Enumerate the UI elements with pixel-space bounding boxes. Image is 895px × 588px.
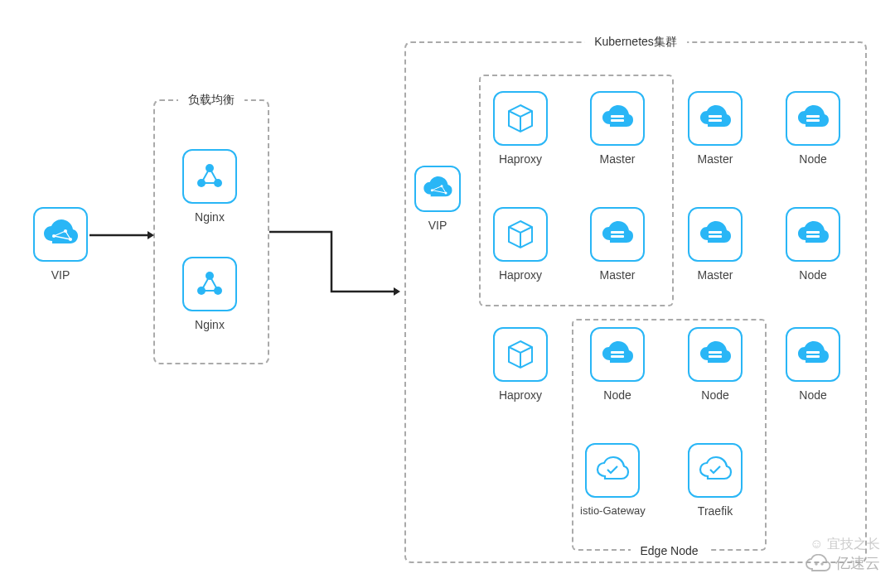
svg-rect-22 bbox=[611, 235, 624, 238]
master-2-label: Master bbox=[698, 152, 733, 166]
lb-title: 负载均衡 bbox=[178, 93, 244, 108]
cube-outline-icon bbox=[493, 207, 548, 262]
master-3-label: Master bbox=[600, 268, 636, 282]
svg-rect-17 bbox=[709, 115, 722, 118]
vip-left-label: VIP bbox=[51, 268, 70, 282]
master-1: Master bbox=[590, 91, 645, 166]
network-nodes-icon bbox=[182, 149, 237, 204]
node-2: Node bbox=[786, 207, 840, 282]
cube-outline-icon bbox=[493, 327, 548, 382]
master-1-label: Master bbox=[600, 152, 636, 166]
istio-gateway: istio-Gateway bbox=[580, 443, 646, 517]
cloud-network-icon bbox=[33, 207, 88, 262]
node-5: Node bbox=[786, 327, 840, 402]
istio-label: istio-Gateway bbox=[580, 504, 646, 517]
haproxy-2: Haproxy bbox=[493, 207, 548, 282]
vip-kube: VIP bbox=[414, 166, 461, 232]
node-1-label: Node bbox=[799, 152, 826, 166]
watermark-char: ☺ 宜技之长 bbox=[810, 536, 880, 553]
cloud-server-icon bbox=[688, 207, 743, 262]
cloud-server-icon bbox=[590, 207, 645, 262]
node-1: Node bbox=[786, 91, 840, 166]
cloud-check-icon bbox=[688, 443, 743, 498]
svg-point-33 bbox=[815, 562, 817, 565]
vip-left: VIP bbox=[33, 207, 88, 282]
svg-rect-23 bbox=[709, 231, 722, 234]
nginx-1-label: Nginx bbox=[195, 210, 225, 224]
node-5-label: Node bbox=[799, 388, 826, 402]
svg-rect-20 bbox=[806, 119, 820, 122]
svg-rect-25 bbox=[806, 231, 820, 234]
haproxy-2-label: Haproxy bbox=[499, 268, 542, 282]
svg-rect-32 bbox=[806, 355, 820, 358]
cloud-server-icon bbox=[786, 91, 840, 146]
traefik: Traefik bbox=[688, 443, 743, 518]
cloud-server-icon bbox=[590, 91, 645, 146]
node-2-label: Node bbox=[799, 268, 826, 282]
svg-rect-31 bbox=[806, 351, 820, 354]
watermark-cloud: 亿速云 bbox=[804, 553, 880, 573]
cube-outline-icon bbox=[493, 91, 548, 146]
edge-title: Edge Node bbox=[630, 544, 708, 557]
svg-rect-18 bbox=[709, 119, 722, 122]
svg-point-34 bbox=[820, 562, 823, 565]
svg-rect-16 bbox=[611, 119, 624, 122]
vip-kube-label: VIP bbox=[428, 219, 448, 232]
cloud-server-icon bbox=[786, 327, 840, 382]
cloud-check-icon bbox=[585, 443, 640, 498]
arrow-lb-kube bbox=[269, 232, 402, 298]
cloud-server-icon bbox=[786, 207, 840, 262]
master-4: Master bbox=[688, 207, 743, 282]
cloud-server-icon bbox=[688, 91, 743, 146]
nginx-2: Nginx bbox=[182, 257, 237, 331]
svg-rect-21 bbox=[611, 231, 624, 234]
svg-rect-19 bbox=[806, 115, 820, 118]
haproxy-3-label: Haproxy bbox=[499, 388, 542, 402]
cloud-network-icon bbox=[414, 166, 461, 212]
master-3: Master bbox=[590, 207, 645, 282]
traefik-label: Traefik bbox=[698, 504, 733, 518]
haproxy-1: Haproxy bbox=[493, 91, 548, 166]
arrow-vip-lb bbox=[90, 234, 154, 237]
svg-rect-24 bbox=[709, 235, 722, 238]
master-2: Master bbox=[688, 91, 743, 166]
svg-marker-11 bbox=[394, 287, 400, 296]
svg-rect-15 bbox=[611, 115, 624, 118]
haproxy-1-label: Haproxy bbox=[499, 152, 542, 166]
network-nodes-icon bbox=[182, 257, 237, 311]
haproxy-3: Haproxy bbox=[493, 327, 548, 402]
kube-title: Kubernetes集群 bbox=[584, 35, 687, 50]
nginx-2-label: Nginx bbox=[195, 318, 225, 331]
nginx-1: Nginx bbox=[182, 149, 237, 224]
master-4-label: Master bbox=[698, 268, 733, 282]
svg-rect-26 bbox=[806, 235, 820, 238]
